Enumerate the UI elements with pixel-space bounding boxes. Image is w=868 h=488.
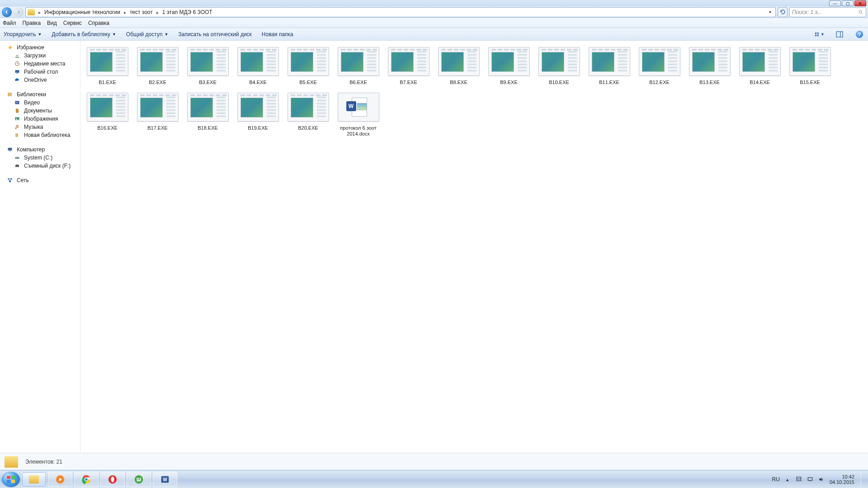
file-item[interactable]: В15.EXE [785,47,835,85]
svg-rect-2 [817,32,819,33]
tray-chevron-icon[interactable]: ▴ [784,476,791,483]
menu-file[interactable]: Файл [3,20,16,26]
breadcrumb-item[interactable]: 1 этап МДЭ 6 ЗООТ [162,9,212,15]
downloads-icon [14,52,21,59]
add-to-library-button[interactable]: Добавить в библиотеку ▼ [52,31,116,38]
file-item[interactable]: В5.EXE [283,47,333,85]
folder-icon [28,9,35,15]
address-bar[interactable]: Информационные технологии тест зоот 1 эт… [25,7,776,17]
sidebar-computer[interactable]: Компьютер [0,145,80,154]
file-label: В19.EXE [248,125,268,131]
menu-help[interactable]: Справка [88,20,109,26]
action-center-icon[interactable] [796,476,802,483]
sidebar-item-new-library[interactable]: Новая библиотека [0,131,80,139]
taskbar-media-player[interactable] [48,472,72,487]
file-item[interactable]: В1.EXE [82,47,132,85]
file-item[interactable]: В2.EXE [132,47,183,85]
start-button[interactable] [2,472,20,487]
file-item[interactable]: В17.EXE [132,93,183,137]
breadcrumb-item[interactable]: тест зоот [130,9,153,15]
svg-rect-10 [17,73,18,74]
file-item[interactable]: Wпротокол 6 зоот 2014.docx [333,93,383,137]
organize-button[interactable]: Упорядочить ▼ [4,31,42,38]
docx-thumbnail: W [338,93,379,122]
help-button[interactable]: ? [854,29,864,39]
svg-rect-11 [8,93,9,96]
clock[interactable]: 10:42 04.10.2015 [830,474,854,485]
taskbar-word[interactable]: W [153,472,177,487]
sidebar-item-pictures[interactable]: Изображения [0,115,80,123]
network-tray-icon[interactable] [807,476,814,483]
sidebar-item-downloads[interactable]: Загрузки [0,52,80,60]
burn-button[interactable]: Записать на оптический диск [178,31,252,38]
file-item[interactable]: В13.EXE [684,47,735,85]
file-item[interactable]: В10.EXE [534,47,584,85]
file-label: протокол 6 зоот 2014.docx [336,125,381,137]
sidebar-item-desktop[interactable]: Рабочий стол [0,68,80,76]
menu-view[interactable]: Вид [47,20,57,26]
library-icon [14,132,21,138]
file-item[interactable]: В9.EXE [484,47,534,85]
maximize-button[interactable]: ▢ [842,0,854,6]
menu-service[interactable]: Сервис [63,20,82,26]
menu-edit[interactable]: Правка [23,20,41,26]
address-dropdown[interactable]: ▾ [766,9,774,14]
taskbar-chrome[interactable] [74,472,99,487]
file-item[interactable]: В8.EXE [434,47,484,85]
window-titlebar: — ▢ ✕ [0,0,868,6]
taskbar-utorrent[interactable] [127,472,151,487]
refresh-button[interactable] [778,7,788,17]
exe-thumbnail [739,47,781,76]
sidebar-favorites[interactable]: ★ Избранное [0,43,80,52]
forward-button[interactable] [14,7,24,17]
file-label: В5.EXE [299,80,317,85]
svg-point-34 [111,476,114,482]
back-button[interactable] [2,7,12,17]
file-item[interactable]: В4.EXE [233,47,283,85]
taskbar-explorer[interactable] [22,472,46,487]
file-item[interactable]: В7.EXE [383,47,434,85]
sidebar-item-videos[interactable]: Видео [0,99,80,107]
file-item[interactable]: В18.EXE [183,93,233,137]
language-indicator[interactable]: RU [772,476,780,483]
svg-rect-17 [16,133,17,137]
sidebar-item-drive-c[interactable]: System (C:) [0,154,80,162]
taskbar-opera[interactable] [100,472,125,487]
file-item[interactable]: В16.EXE [82,93,132,137]
file-item[interactable]: В20.EXE [283,93,333,137]
exe-thumbnail [288,47,329,76]
view-options-button[interactable]: ▼ [815,29,825,39]
sidebar-network[interactable]: Сеть [0,176,80,184]
breadcrumb-item[interactable]: Информационные технологии [44,9,120,15]
file-item[interactable]: В6.EXE [333,47,383,85]
opera-icon [108,474,118,484]
chrome-icon [81,474,91,484]
file-item[interactable]: В11.EXE [584,47,634,85]
star-icon: ★ [6,44,14,51]
minimize-button[interactable]: — [829,0,841,6]
sidebar-item-recent[interactable]: Недавние места [0,60,80,68]
sidebar-libraries[interactable]: Библиотеки [0,90,80,99]
files-pane[interactable]: В1.EXEВ2.EXEВ3.EXEВ4.EXEВ5.EXEВ6.EXEВ7.E… [80,41,868,453]
volume-icon[interactable] [818,476,825,483]
search-placeholder: Поиск: 1 э... [792,9,822,15]
sidebar-item-drive-f[interactable]: Съемный диск (F:) [0,162,80,170]
exe-thumbnail [87,47,128,76]
svg-point-22 [19,158,19,158]
new-folder-button[interactable]: Новая папка [262,31,293,38]
sidebar-item-onedrive[interactable]: OneDrive [0,76,80,84]
sidebar-item-music[interactable]: Музыка [0,123,80,131]
svg-text:W: W [163,477,167,482]
search-box[interactable]: Поиск: 1 э... [789,7,866,17]
exe-thumbnail [237,47,279,76]
file-item[interactable]: В14.EXE [735,47,785,85]
show-desktop-button[interactable] [861,472,865,487]
file-item[interactable]: В12.EXE [634,47,684,85]
close-button[interactable]: ✕ [854,0,866,6]
file-item[interactable]: В19.EXE [233,93,283,137]
sidebar-item-documents[interactable]: Документы [0,107,80,115]
preview-pane-button[interactable] [835,29,844,39]
status-items-label: Элементов: [25,459,55,465]
file-item[interactable]: В3.EXE [183,47,233,85]
shared-access-button[interactable]: Общий доступ ▼ [126,31,169,38]
